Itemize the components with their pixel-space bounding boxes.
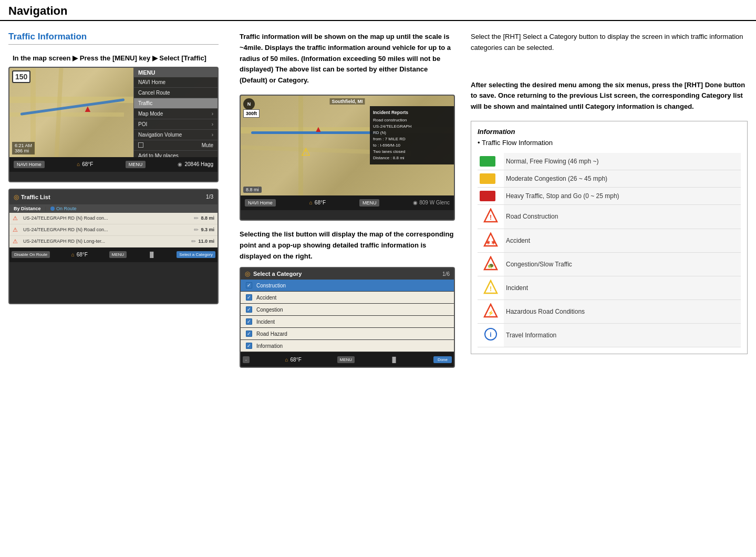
temp-display: ⌂ 68°F xyxy=(77,161,93,167)
speed-badge: 150 xyxy=(12,70,30,84)
select-category-btn[interactable]: Select a Category xyxy=(177,251,215,258)
flow-label-construction: Road Construction xyxy=(504,204,741,229)
menu-item-nav-volume[interactable]: Navigation Volume › xyxy=(134,130,218,140)
menu-btn[interactable]: MENU xyxy=(126,161,146,168)
traffic-list-title: Traffic List xyxy=(21,194,50,200)
road-construction-icon: ! xyxy=(483,214,498,225)
location-marker: ▲ xyxy=(314,125,323,134)
temp-display: ⌂ 68°F xyxy=(71,252,88,257)
traffic-row[interactable]: ⚠ US-24/TELEGRAPH RD (N) Long-ter... ✏ 1… xyxy=(9,236,218,247)
done-btn[interactable]: Done xyxy=(433,356,452,363)
navi-home-btn[interactable]: NAVI Home xyxy=(245,199,276,207)
svg-text:!: ! xyxy=(490,285,492,293)
cat-label: Incident xyxy=(256,319,275,325)
menu-item-poi[interactable]: POI › xyxy=(134,119,218,130)
navi-home-btn[interactable]: NAVI Home xyxy=(14,161,45,168)
category-item-incident[interactable]: ✓ Incident xyxy=(241,316,454,328)
on-route-filter[interactable]: On Route xyxy=(50,206,77,211)
incident-status-bar: NAVI Home ⌂ 68°F MENU ◉ 809 W Glenc xyxy=(241,195,454,210)
incident-header: Incident Reports xyxy=(373,109,451,116)
menu-item-add-places[interactable]: Add to My places xyxy=(134,151,218,157)
flow-label-heavy: Heavy Traffic, Stop and Go (0 ~ 25 mph) xyxy=(504,187,741,204)
flow-table: Normal, Free Flowing (46 mph ~) Moderate… xyxy=(478,153,741,347)
flow-row-travel: i Travel Information xyxy=(478,323,741,347)
menu-btn[interactable]: MENU xyxy=(109,251,127,258)
cat-label: Accident xyxy=(256,295,276,301)
traffic-row[interactable]: ⚠ US-24/TELEGRAPH RD (N) Road con... ✏ 9… xyxy=(9,224,218,236)
traffic-dist: 11.0 mi xyxy=(198,239,214,244)
menu-title: MENU xyxy=(134,68,218,77)
menu-item-mute[interactable]: Mute xyxy=(134,140,218,151)
screen1-status-bar: NAVI Home ⌂ 68°F MENU ◉ 20846 Hagg xyxy=(9,157,218,172)
edit-icon: ✏ xyxy=(194,215,199,222)
traffic-info-text: Traffic information will be shown on the… xyxy=(240,32,455,86)
nav-screen-traffic-list: ◎ Traffic List 1/3 By Distance | On Rout… xyxy=(8,189,219,304)
travel-icon: i xyxy=(483,334,498,343)
cat-checkbox-accident: ✓ xyxy=(246,294,252,301)
disable-on-route-btn[interactable]: Disable On Route xyxy=(12,251,50,258)
traffic-list-header: ◎ Traffic List 1/3 xyxy=(9,190,218,204)
mute-checkbox xyxy=(138,142,143,148)
map-time: 6:21 AM386 mi xyxy=(12,142,35,154)
menu-btn[interactable]: MENU xyxy=(359,199,380,207)
flow-row-moderate: Moderate Congestion (26 ~ 45 mph) xyxy=(478,170,741,187)
right-column: Select the [RHT] Select a Category butto… xyxy=(465,32,748,368)
category-count: 1/6 xyxy=(442,271,450,277)
category-item-congestion[interactable]: ✓ Congestion xyxy=(241,304,454,316)
menu-btn[interactable]: MENU xyxy=(337,356,355,363)
incident-popup: Incident Reports Road construction US-24… xyxy=(370,106,454,164)
cat-label: Road Hazard xyxy=(256,331,287,337)
menu-item-traffic[interactable]: Traffic xyxy=(134,98,218,109)
category-item-construction[interactable]: ✓ Construction xyxy=(241,280,454,292)
category-header: ◎ Select a Category 1/6 xyxy=(241,268,454,280)
section-intro: In the map screen ▶ Press the [MENU] key… xyxy=(8,50,219,67)
traffic-row-text: US-24/TELEGRAPH RD (N) Road con... xyxy=(23,215,192,221)
traffic-rows: ⚠ US-24/TELEGRAPH RD (N) Road con... ✏ 8… xyxy=(9,213,218,247)
congestion-icon: 🐢 xyxy=(483,263,498,272)
section-title: Traffic Information xyxy=(8,32,219,45)
flow-row-incident: ! Incident xyxy=(478,276,741,300)
traffic-row[interactable]: ⚠ US-24/TELEGRAPH RD (N) Road con... ✏ 8… xyxy=(9,213,218,224)
flow-color-yellow xyxy=(478,170,504,187)
arrow-icon: › xyxy=(212,121,213,127)
flow-row-accident: ✱ ✱ Accident xyxy=(478,229,741,252)
cat-checkbox-congestion: ✓ xyxy=(246,306,252,313)
warning-icon: ⚠ xyxy=(301,146,310,158)
svg-text:i: i xyxy=(490,331,491,338)
congestion-icon-cell: 🐢 xyxy=(478,252,504,276)
svg-text:!: ! xyxy=(490,214,492,221)
travel-icon-cell: i xyxy=(478,323,504,347)
traffic-row-text: US-24/TELEGRAPH RD (N) Road con... xyxy=(23,227,192,232)
menu-item-navi-home[interactable]: NAVI Home xyxy=(134,77,218,88)
cat-checkbox-incident: ✓ xyxy=(246,318,252,325)
yellow-color-box xyxy=(480,173,495,184)
arrow-icon: › xyxy=(212,132,213,138)
flow-label-moderate: Moderate Congestion (26 ~ 45 mph) xyxy=(504,170,741,187)
red-color-box xyxy=(480,191,495,201)
signal-icon: ◉ xyxy=(413,200,418,205)
traffic-dist: 9.3 mi xyxy=(201,227,214,232)
category-item-information[interactable]: ✓ Information xyxy=(241,340,454,352)
flow-label-normal: Normal, Free Flowing (46 mph ~) xyxy=(504,153,741,170)
svg-text:✱: ✱ xyxy=(486,240,490,245)
home-icon: ⌂ xyxy=(309,200,313,205)
accident-icon-cell: ✱ ✱ xyxy=(478,229,504,252)
map-city-name: Southfield, MI xyxy=(330,98,365,105)
home-icon: ⌂ xyxy=(77,161,80,167)
temp-display: ⌂ 68°F xyxy=(309,200,326,205)
incident-details: Road construction US-24/TELEGRAPH RD (N)… xyxy=(373,117,451,161)
minus-btn[interactable]: - xyxy=(243,356,250,363)
location-marker: ▲ xyxy=(83,104,92,115)
menu-item-cancel-route[interactable]: Cancel Route xyxy=(134,88,218,98)
sort-by-distance[interactable]: By Distance xyxy=(14,206,41,211)
incident-icon: ! xyxy=(483,287,498,296)
cat-checkbox-information: ✓ xyxy=(246,343,252,349)
address-display: ◉ 809 W Glenc xyxy=(413,200,450,205)
category-item-accident[interactable]: ✓ Accident xyxy=(241,292,454,304)
menu-item-map-mode[interactable]: Map Mode › xyxy=(134,109,218,119)
edit-icon: ✏ xyxy=(194,226,199,233)
construction-icon-cell: ! xyxy=(478,204,504,229)
right-text-top: Select the [RHT] Select a Category butto… xyxy=(471,32,748,54)
hazard-icon-cell: ⚡ xyxy=(478,300,504,323)
category-item-road-hazard[interactable]: ✓ Road Hazard xyxy=(241,328,454,340)
